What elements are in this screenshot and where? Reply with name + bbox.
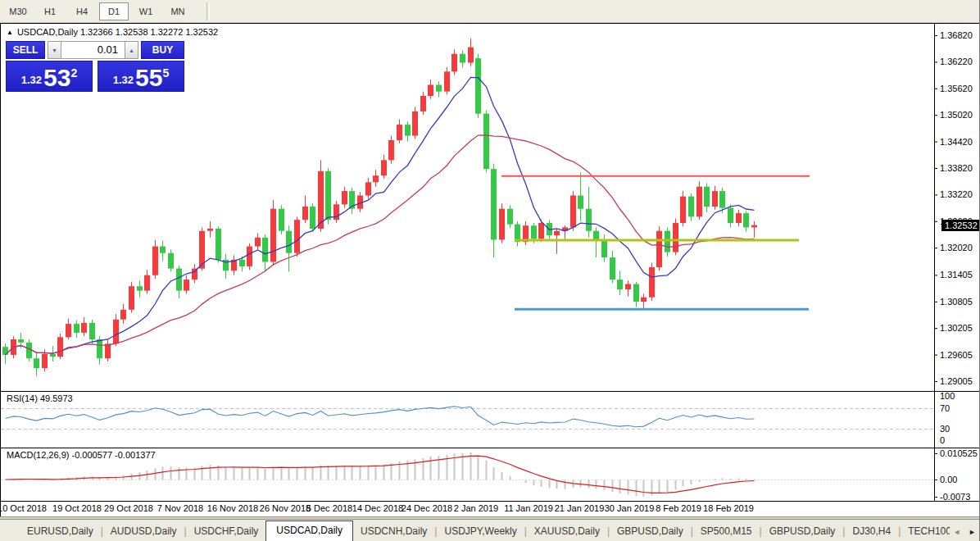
- chart-plot-area[interactable]: [1, 24, 934, 501]
- date-axis-label: 24 Dec 2018: [402, 503, 452, 513]
- date-axis-label: 2 Jan 2019: [454, 503, 498, 513]
- price-axis-label: 1.34420: [940, 136, 973, 148]
- timeframe-button-d1[interactable]: D1: [99, 2, 129, 20]
- price-axis-label: 1.29605: [940, 349, 973, 361]
- buy-price-display[interactable]: 1.32 55 5: [98, 61, 184, 92]
- volume-increase-button[interactable]: ▲: [125, 41, 138, 59]
- spin-down-icon: ▼: [52, 48, 57, 53]
- spin-up-icon: ▲: [129, 48, 134, 53]
- tab-usdchf-daily[interactable]: USDCHF,Daily: [187, 522, 266, 541]
- price-axis-label: 1.35620: [940, 83, 973, 94]
- tab-usdcad-daily[interactable]: USDCAD,Daily: [265, 521, 353, 541]
- tab-navigation: ◄ ►: [950, 528, 976, 536]
- symbol-tabbar: EURUSD,Daily|AUDUSD,Daily|USDCHF,DailyUS…: [0, 519, 980, 541]
- sell-price-display[interactable]: 1.32 53 2: [6, 61, 93, 92]
- date-axis-label: 8 Feb 2019: [656, 503, 701, 513]
- timeframe-toolbar: M30H1H4D1W1MN: [0, 0, 980, 23]
- date-axis-label: 18 Feb 2019: [703, 503, 754, 513]
- price-axis-label: 1.36820: [940, 30, 973, 41]
- rsi-scale-label: 0: [940, 434, 945, 446]
- price-axis-label: 1.32020: [940, 242, 973, 253]
- sell-button[interactable]: SELL: [6, 41, 45, 59]
- chart-title: ▲ USDCAD,Daily 1.32366 1.32538 1.32272 1…: [7, 27, 218, 37]
- date-axis-label: 29 Oct 2018: [104, 503, 153, 513]
- tab-usdcnh-daily[interactable]: USDCNH,Daily: [353, 522, 434, 541]
- timeframe-button-h1[interactable]: H1: [35, 2, 65, 20]
- tab-prev-icon[interactable]: ◄: [953, 528, 960, 536]
- date-axis-label: 7 Nov 2018: [157, 503, 203, 513]
- chart-title-text: USDCAD,Daily 1.32366 1.32538 1.32272 1.3…: [17, 27, 218, 37]
- tab-xauusd-daily[interactable]: XAUUSD,Daily: [527, 522, 607, 541]
- macd-scale-label: -0.0073: [940, 491, 970, 502]
- tab-usdjpy-weekly[interactable]: USDJPY,Weekly: [437, 522, 524, 541]
- date-axis-label: 11 Jan 2019: [504, 503, 553, 513]
- rsi-scale-label: 30: [940, 423, 950, 434]
- price-axis-label: 1.35020: [940, 109, 973, 120]
- date-axis-label: 21 Jan 2019: [555, 503, 605, 513]
- price-axis-label: 1.33820: [940, 162, 973, 174]
- price-axis-label: 1.29005: [940, 375, 973, 387]
- date-axis-label: 5 Dec 2018: [306, 503, 352, 513]
- sell-price-pip: 2: [70, 66, 77, 80]
- buy-price-prefix: 1.32: [113, 74, 134, 86]
- buy-price-pip: 5: [162, 66, 169, 80]
- sell-price-prefix: 1.32: [21, 74, 42, 86]
- price-axis-label: 1.30805: [940, 296, 973, 307]
- tab-dj30-h4[interactable]: DJ30,H4: [845, 522, 898, 541]
- buy-button[interactable]: BUY: [141, 41, 184, 59]
- tab-audusd-daily[interactable]: AUDUSD,Daily: [103, 522, 184, 541]
- price-axis-label: 1.31405: [940, 269, 973, 280]
- price-axis-label: 1.30205: [940, 322, 973, 334]
- macd-scale-label: 0.00: [940, 474, 957, 485]
- price-axis-label: 1.36220: [940, 56, 973, 67]
- timeframe-button-m30[interactable]: M30: [3, 2, 33, 20]
- volume-decrease-button[interactable]: ▼: [48, 41, 61, 59]
- rsi-label: RSI(14) 49.5973: [7, 393, 73, 403]
- tab-gbpusd-daily[interactable]: GBPUSD,Daily: [762, 522, 843, 541]
- current-price-badge: 1.32532: [941, 220, 980, 231]
- tab-eurusd-daily[interactable]: EURUSD,Daily: [20, 522, 101, 541]
- tab-sp500-m15[interactable]: SP500,M15: [693, 522, 760, 541]
- toolbar-separator: [206, 2, 210, 20]
- volume-input[interactable]: 0.01: [61, 41, 125, 59]
- date-axis-label: 26 Nov 2018: [260, 503, 311, 513]
- timeframe-button-w1[interactable]: W1: [131, 2, 161, 20]
- timeframe-button-mn[interactable]: MN: [163, 2, 193, 20]
- timeframe-button-h4[interactable]: H4: [67, 2, 97, 20]
- date-axis-label: 14 Dec 2018: [352, 503, 403, 513]
- price-axis-label: 1.33220: [940, 189, 973, 200]
- macd-scale-label: 0.010525: [940, 448, 978, 459]
- tab-next-icon[interactable]: ►: [969, 528, 976, 536]
- date-axis-label: 16 Nov 2018: [207, 503, 258, 513]
- macd-label: MACD(12,26,9) -0.000577 -0.001377: [7, 450, 156, 460]
- collapse-panel-icon[interactable]: ▲: [7, 28, 13, 37]
- one-click-trade-panel: SELL ▼ 0.01 ▲ BUY 1.32 53 2 1.32 55 5: [6, 41, 184, 92]
- date-axis-label: 30 Jan 2019: [605, 503, 655, 513]
- date-axis-label: 19 Oct 2018: [52, 503, 102, 513]
- rsi-scale-label: 100: [940, 390, 955, 402]
- terminal-window: M30H1H4D1W1MN ▲ USDCAD,Daily 1.32366 1.3…: [0, 0, 980, 541]
- rsi-scale-label: 70: [940, 402, 950, 414]
- buy-price-main: 55: [135, 66, 162, 89]
- sell-price-main: 53: [43, 66, 70, 89]
- date-axis-label: 10 Oct 2018: [0, 503, 47, 513]
- tab-gbpusd-daily[interactable]: GBPUSD,Daily: [610, 522, 691, 541]
